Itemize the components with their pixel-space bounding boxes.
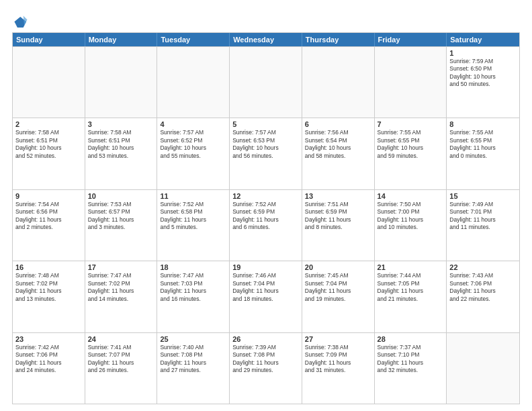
header-day-monday: Monday xyxy=(85,33,158,46)
day-info: Sunrise: 7:43 AM Sunset: 7:06 PM Dayligh… xyxy=(449,272,517,303)
day-cell-16: 16Sunrise: 7:48 AM Sunset: 7:02 PM Dayli… xyxy=(13,261,85,332)
day-cell-7: 7Sunrise: 7:55 AM Sunset: 6:55 PM Daylig… xyxy=(375,118,447,189)
day-info: Sunrise: 7:54 AM Sunset: 6:56 PM Dayligh… xyxy=(15,201,82,232)
day-number: 27 xyxy=(305,335,371,343)
day-cell-3: 3Sunrise: 7:58 AM Sunset: 6:51 PM Daylig… xyxy=(85,118,158,189)
empty-cell xyxy=(447,333,519,404)
day-number: 25 xyxy=(160,335,226,343)
day-cell-23: 23Sunrise: 7:42 AM Sunset: 7:06 PM Dayli… xyxy=(13,333,85,404)
day-number: 9 xyxy=(15,192,82,200)
day-number: 24 xyxy=(88,335,154,343)
day-number: 7 xyxy=(378,120,444,128)
day-number: 23 xyxy=(15,335,82,343)
day-info: Sunrise: 7:48 AM Sunset: 7:02 PM Dayligh… xyxy=(15,272,82,303)
calendar-body: 1Sunrise: 7:59 AM Sunset: 6:50 PM Daylig… xyxy=(13,46,519,404)
header xyxy=(12,12,520,27)
day-number: 28 xyxy=(378,335,444,343)
week-row-0: 1Sunrise: 7:59 AM Sunset: 6:50 PM Daylig… xyxy=(13,46,519,118)
day-cell-6: 6Sunrise: 7:56 AM Sunset: 6:54 PM Daylig… xyxy=(302,118,375,189)
day-info: Sunrise: 7:42 AM Sunset: 7:06 PM Dayligh… xyxy=(15,344,82,375)
header-day-saturday: Saturday xyxy=(447,33,519,46)
header-day-tuesday: Tuesday xyxy=(157,33,230,46)
header-day-sunday: Sunday xyxy=(13,33,85,46)
day-number: 17 xyxy=(88,263,154,271)
day-number: 1 xyxy=(449,49,517,57)
day-info: Sunrise: 7:59 AM Sunset: 6:50 PM Dayligh… xyxy=(449,58,517,89)
day-info: Sunrise: 7:46 AM Sunset: 7:04 PM Dayligh… xyxy=(232,272,299,303)
day-info: Sunrise: 7:44 AM Sunset: 7:05 PM Dayligh… xyxy=(378,272,444,303)
day-cell-4: 4Sunrise: 7:57 AM Sunset: 6:52 PM Daylig… xyxy=(157,118,230,189)
week-row-2: 9Sunrise: 7:54 AM Sunset: 6:56 PM Daylig… xyxy=(13,189,519,261)
day-info: Sunrise: 7:40 AM Sunset: 7:08 PM Dayligh… xyxy=(160,344,226,375)
day-cell-19: 19Sunrise: 7:46 AM Sunset: 7:04 PM Dayli… xyxy=(230,261,302,332)
header-day-thursday: Thursday xyxy=(302,33,375,46)
empty-cell xyxy=(157,47,230,118)
day-number: 11 xyxy=(160,192,226,200)
empty-cell xyxy=(302,47,375,118)
day-number: 5 xyxy=(232,120,299,128)
logo-icon xyxy=(13,15,28,30)
empty-cell xyxy=(13,47,85,118)
day-cell-17: 17Sunrise: 7:47 AM Sunset: 7:02 PM Dayli… xyxy=(85,261,158,332)
week-row-3: 16Sunrise: 7:48 AM Sunset: 7:02 PM Dayli… xyxy=(13,261,519,332)
day-info: Sunrise: 7:47 AM Sunset: 7:02 PM Dayligh… xyxy=(88,272,154,303)
day-cell-11: 11Sunrise: 7:52 AM Sunset: 6:58 PM Dayli… xyxy=(157,190,230,261)
day-info: Sunrise: 7:55 AM Sunset: 6:55 PM Dayligh… xyxy=(378,129,444,160)
day-number: 4 xyxy=(160,120,226,128)
day-cell-13: 13Sunrise: 7:51 AM Sunset: 6:59 PM Dayli… xyxy=(302,190,375,261)
day-number: 2 xyxy=(15,120,82,128)
day-info: Sunrise: 7:45 AM Sunset: 7:04 PM Dayligh… xyxy=(305,272,371,303)
day-cell-22: 22Sunrise: 7:43 AM Sunset: 7:06 PM Dayli… xyxy=(447,261,519,332)
header-day-wednesday: Wednesday xyxy=(230,33,302,46)
day-number: 22 xyxy=(449,263,517,271)
day-cell-26: 26Sunrise: 7:39 AM Sunset: 7:08 PM Dayli… xyxy=(230,333,302,404)
day-cell-15: 15Sunrise: 7:49 AM Sunset: 7:01 PM Dayli… xyxy=(447,190,519,261)
calendar: SundayMondayTuesdayWednesdayThursdayFrid… xyxy=(12,32,520,404)
day-number: 18 xyxy=(160,263,226,271)
day-cell-27: 27Sunrise: 7:38 AM Sunset: 7:09 PM Dayli… xyxy=(302,333,375,404)
day-number: 19 xyxy=(232,263,299,271)
week-row-1: 2Sunrise: 7:58 AM Sunset: 6:51 PM Daylig… xyxy=(13,118,519,189)
day-cell-14: 14Sunrise: 7:50 AM Sunset: 7:00 PM Dayli… xyxy=(375,190,447,261)
header-day-friday: Friday xyxy=(375,33,447,46)
day-info: Sunrise: 7:47 AM Sunset: 7:03 PM Dayligh… xyxy=(160,272,226,303)
day-cell-8: 8Sunrise: 7:55 AM Sunset: 6:55 PM Daylig… xyxy=(447,118,519,189)
day-info: Sunrise: 7:52 AM Sunset: 6:58 PM Dayligh… xyxy=(160,201,226,232)
day-number: 6 xyxy=(305,120,371,128)
empty-cell xyxy=(85,47,158,118)
page: SundayMondayTuesdayWednesdayThursdayFrid… xyxy=(0,0,532,411)
day-number: 3 xyxy=(88,120,154,128)
day-info: Sunrise: 7:38 AM Sunset: 7:09 PM Dayligh… xyxy=(305,344,371,375)
day-cell-25: 25Sunrise: 7:40 AM Sunset: 7:08 PM Dayli… xyxy=(157,333,230,404)
day-info: Sunrise: 7:37 AM Sunset: 7:10 PM Dayligh… xyxy=(378,344,444,375)
day-number: 15 xyxy=(449,192,517,200)
day-number: 12 xyxy=(232,192,299,200)
day-info: Sunrise: 7:39 AM Sunset: 7:08 PM Dayligh… xyxy=(232,344,299,375)
day-cell-1: 1Sunrise: 7:59 AM Sunset: 6:50 PM Daylig… xyxy=(447,47,519,118)
logo xyxy=(12,15,28,27)
day-cell-2: 2Sunrise: 7:58 AM Sunset: 6:51 PM Daylig… xyxy=(13,118,85,189)
day-info: Sunrise: 7:58 AM Sunset: 6:51 PM Dayligh… xyxy=(88,129,154,160)
day-cell-12: 12Sunrise: 7:52 AM Sunset: 6:59 PM Dayli… xyxy=(230,190,302,261)
day-cell-5: 5Sunrise: 7:57 AM Sunset: 6:53 PM Daylig… xyxy=(230,118,302,189)
day-info: Sunrise: 7:53 AM Sunset: 6:57 PM Dayligh… xyxy=(88,201,154,232)
day-cell-10: 10Sunrise: 7:53 AM Sunset: 6:57 PM Dayli… xyxy=(85,190,158,261)
empty-cell xyxy=(230,47,302,118)
day-cell-18: 18Sunrise: 7:47 AM Sunset: 7:03 PM Dayli… xyxy=(157,261,230,332)
day-number: 20 xyxy=(305,263,371,271)
day-cell-9: 9Sunrise: 7:54 AM Sunset: 6:56 PM Daylig… xyxy=(13,190,85,261)
day-number: 26 xyxy=(232,335,299,343)
day-cell-24: 24Sunrise: 7:41 AM Sunset: 7:07 PM Dayli… xyxy=(85,333,158,404)
day-info: Sunrise: 7:56 AM Sunset: 6:54 PM Dayligh… xyxy=(305,129,371,160)
day-number: 14 xyxy=(378,192,444,200)
day-info: Sunrise: 7:55 AM Sunset: 6:55 PM Dayligh… xyxy=(449,129,517,160)
day-number: 21 xyxy=(378,263,444,271)
day-number: 16 xyxy=(15,263,82,271)
day-cell-20: 20Sunrise: 7:45 AM Sunset: 7:04 PM Dayli… xyxy=(302,261,375,332)
day-info: Sunrise: 7:52 AM Sunset: 6:59 PM Dayligh… xyxy=(232,201,299,232)
day-number: 10 xyxy=(88,192,154,200)
week-row-4: 23Sunrise: 7:42 AM Sunset: 7:06 PM Dayli… xyxy=(13,332,519,404)
day-info: Sunrise: 7:49 AM Sunset: 7:01 PM Dayligh… xyxy=(449,201,517,232)
day-info: Sunrise: 7:57 AM Sunset: 6:52 PM Dayligh… xyxy=(160,129,226,160)
day-number: 13 xyxy=(305,192,371,200)
